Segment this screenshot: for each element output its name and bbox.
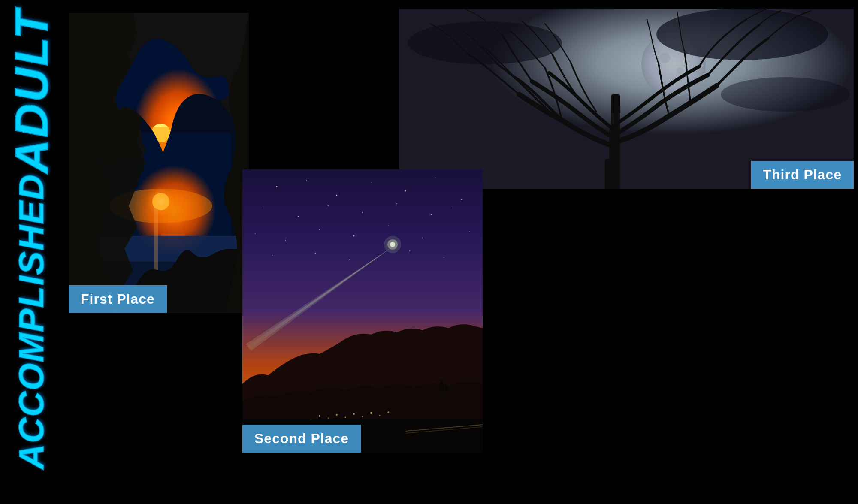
comet-scene xyxy=(242,169,483,453)
first-place-label: First Place xyxy=(69,285,167,313)
second-place-label: Second Place xyxy=(242,425,361,453)
second-place-photo: Second Place xyxy=(242,169,483,453)
vertical-title: ADULT ACCOMPLISHED xyxy=(0,9,62,480)
third-place-label: Third Place xyxy=(751,161,854,189)
first-place-text: First Place xyxy=(81,291,155,307)
svg-rect-68 xyxy=(242,169,483,453)
first-place-photo: First Place xyxy=(69,13,249,313)
third-place-photo: Third Place xyxy=(399,9,854,189)
title-adult: ADULT xyxy=(8,9,55,174)
third-place-text: Third Place xyxy=(763,167,842,182)
title-accomplished: ACCOMPLISHED xyxy=(14,174,49,469)
second-place-text: Second Place xyxy=(254,431,349,446)
cave-scene xyxy=(69,13,249,313)
